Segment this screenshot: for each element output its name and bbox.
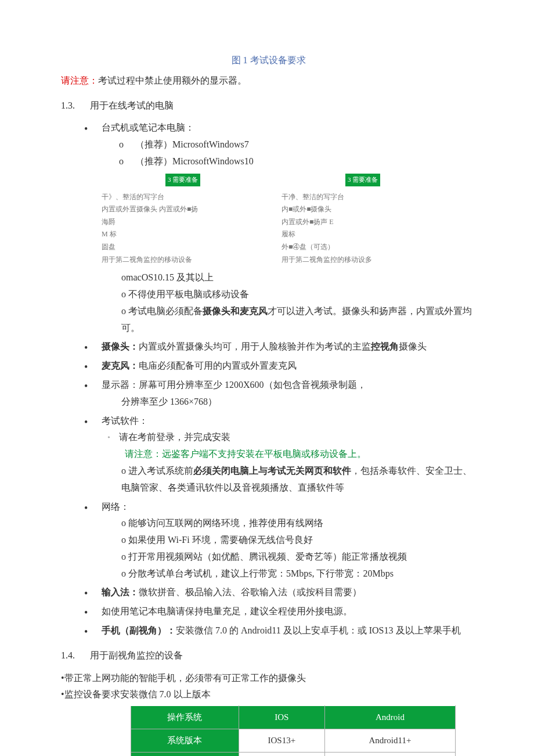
diag-line: 外■④盘（可选） [282,241,444,254]
table-cell: IOS13+ [239,729,324,753]
notice-label: 请注意： [61,75,98,85]
table-header: 操作系统 [131,706,239,729]
table-row: 操作系统 IOS Android [131,706,456,729]
bullet-power: 如使用笔记本电脑请保持电量充足，建议全程使用外接电源。 [102,603,476,620]
bullet-text: 台式机或笔记本电脑： [102,123,194,132]
table-header: IOS [239,706,324,729]
bullet-camera: 摄像头：内置或外置摄像头均可，用于人脸核验并作为考试的主监控视角摄像头 [102,339,476,355]
diag-line: 履标 [282,228,444,241]
sub-item: 请在考前登录，并完成安装 [119,429,476,446]
sub-item: o 打开常用视频网站（如优酷、腾讯视频、爱奇艺等）能正常播放视频 [121,549,476,566]
sub-item: o 分散考试单台考试机，建议上行带宽：5Mbps, 下行带宽：20Mbps [121,566,476,582]
section-number: 1.3. [61,100,75,110]
table-rowhead: 摄像头 [131,753,239,756]
sub-item: o 能够访问互联网的网络环境，推荐使用有线网络 [121,515,476,532]
diag-line: 干》、整活的写字台 [102,191,264,204]
bullet-network: 网络： o 能够访问互联网的网络环境，推荐使用有线网络 o 如果使用 Wi-Fi… [102,499,476,582]
sub-item: o 不得使用平板电脑或移动设备 [121,286,476,303]
requirements-diagram: 3 需要准备 干》、整活的写字台 内置或外置摄像头 内置或外■扬 海爵 M 标 … [102,174,476,266]
section-1-4-heading: 1.4.用于副视角监控的设备 [61,647,476,664]
sub-item: o（推荐）MicrosoftWindows7 [119,136,476,153]
diagram-right-col: 3 需要准备 干净、整洁的写字台 内■或外■摄像头 内置或外■扬声 E 履标 外… [282,174,444,266]
bullet-ime: 输入法：微软拼音、极品输入法、谷歌输入法（或按科目需要） [102,584,476,601]
bullet-computer: 台式机或笔记本电脑： o（推荐）MicrosoftWindows7 o（推荐）M… [102,120,476,336]
diag-line: M 标 [102,228,264,241]
diag-line: 圆盘 [102,241,264,254]
bullet-display: 显示器：屏幕可用分辨率至少 1200X600（如包含音视频录制题， 分辨率至少 … [102,377,476,411]
sub-item: o 考试电脑必须配备摄像头和麦克风才可以进入考试。摄像头和扬声器，内置或外置均可… [121,303,476,337]
diag-line: 内置或外■扬声 E [282,216,444,229]
diag-line: 干净、整洁的写字台 [282,191,444,204]
sub-item: o 如果使用 Wi-Fi 环境，需要确保无线信号良好 [121,532,476,549]
text-line: •带正常上网功能的智能手机，必须带有可正常工作的摄像头 [61,670,476,687]
diagram-label: 3 需要准备 [165,174,200,186]
table-row: 摄像头 有 [131,753,456,756]
sub-item: 分辨率至少 1366×768） [121,394,476,411]
table-cell: 有 [324,753,455,756]
notice-text: 考试过程中禁止使用额外的显示器。 [98,75,247,85]
diagram-left-col: 3 需要准备 干》、整活的写字台 内置或外置摄像头 内置或外■扬 海爵 M 标 … [102,174,264,266]
section-title: 用于在线考试的电脑 [90,100,174,110]
sub-item: omacOS10.15 及其以上 [121,269,476,286]
table-rowhead: 系统版本 [131,729,239,753]
diagram-label: 3 需要准备 [345,174,380,186]
diag-line: 用于第二视角监控的移动设备 [102,254,264,267]
bullet-software: 考试软件： 请在考前登录，并完成安装 请注意：远鉴客户端不支持安装在平板电脑或移… [102,413,476,496]
text-line: •监控设备要求安装微信 7.0 以上版本 [61,686,476,703]
bullet-microphone: 麦克风：电庙必须配备可用的内置或外置麦克风 [102,358,476,375]
diag-line: 海爵 [102,216,264,229]
table-cell [239,753,324,756]
device-requirements-table: 操作系统 IOS Android 系统版本 IOS13+ Android11+ … [131,705,456,756]
figure-caption: 图 1 考试设备要求 [61,52,476,69]
section-number: 1.4. [61,650,75,660]
section-title: 用于副视角监控的设备 [90,650,183,660]
table-header: Android [324,706,455,729]
diag-line: 内置或外置摄像头 内置或外■扬 [102,203,264,216]
notice-line: 请注意：考试过程中禁止使用额外的显示器。 [61,73,476,89]
diag-line: 用于第二视角监控的移动设多 [282,254,444,267]
table-row: 系统版本 IOS13+ Android11+ [131,729,456,753]
bullet-phone: 手机（副视角）：安装微信 7.0 的 Android11 及以上安卓手机：或 I… [102,622,476,639]
diag-line: 内■或外■摄像头 [282,203,444,216]
sub-item: o 进入考试系统前必须关闭电脑上与考试无关网页和软件，包括杀毒软件、安全卫士、电… [121,463,476,496]
table-cell: Android11+ [324,729,455,753]
section-1-3-heading: 1.3.用于在线考试的电脑 [61,98,476,114]
sub-item: o（推荐）MicrosoftWindows10 [119,153,476,170]
software-notice: 请注意：远鉴客户端不支持安装在平板电脑或移动设备上。 [125,446,476,463]
